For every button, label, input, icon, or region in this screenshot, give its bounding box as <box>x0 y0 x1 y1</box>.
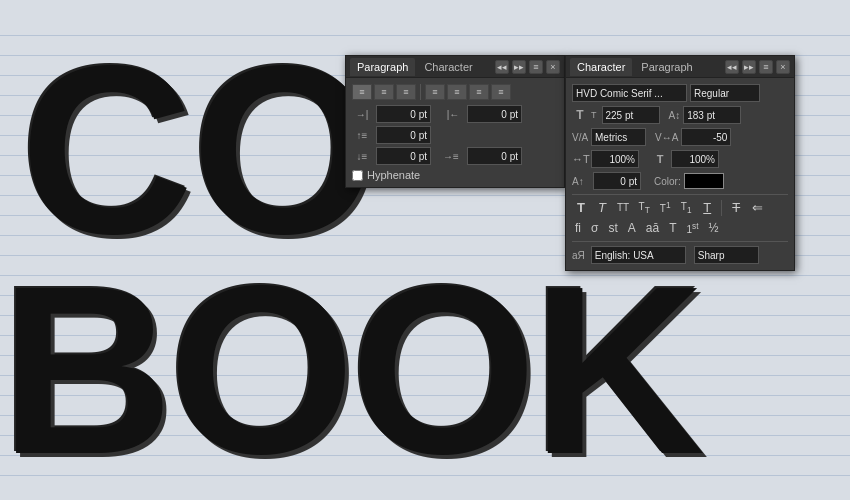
character-panel-expand[interactable]: ▸▸ <box>742 60 756 74</box>
typo-smallcaps[interactable]: TT <box>635 200 653 216</box>
glyph-a-accent[interactable]: A <box>625 220 639 236</box>
first-line-icon: →≡ <box>443 151 463 162</box>
section-divider-2 <box>572 241 788 242</box>
typo-italic[interactable]: T <box>593 199 611 216</box>
align-separator <box>420 84 421 100</box>
section-divider-1 <box>572 194 788 195</box>
typo-style-row: T T TT TT T1 T1 T T ⇐ <box>572 199 788 216</box>
kerning-dropdown[interactable]: Metrics Optical 0 <box>591 128 646 146</box>
alignment-row: ≡ ≡ ≡ ≡ ≡ ≡ ≡ <box>352 84 558 100</box>
align-justify-left[interactable]: ≡ <box>425 84 445 100</box>
paragraph-panel-collapse[interactable]: ◂◂ <box>495 60 509 74</box>
first-line-field[interactable] <box>467 147 522 165</box>
align-right[interactable]: ≡ <box>396 84 416 100</box>
comic-text-book: BOOK <box>0 250 700 490</box>
paragraph-panel-menu[interactable]: ≡ <box>529 60 543 74</box>
paragraph-panel-body: ≡ ≡ ≡ ≡ ≡ ≡ ≡ →| |← ↑≡ ↓≡ →≡ <box>346 78 564 187</box>
character-panel-header: Character Paragraph ◂◂ ▸▸ ≡ × <box>566 56 794 78</box>
typo-allcaps[interactable]: TT <box>614 201 632 214</box>
line-height-dropdown[interactable]: 183 pt <box>683 106 741 124</box>
font-style-dropdown[interactable]: Regular Bold Italic <box>690 84 760 102</box>
typo-strikethrough[interactable]: T <box>727 199 745 216</box>
language-dropdown[interactable]: English: USA <box>591 246 686 264</box>
tab-paragraph-character[interactable]: Character <box>417 58 479 76</box>
baseline-field[interactable] <box>593 172 641 190</box>
tab-character[interactable]: Character <box>570 58 632 76</box>
hyphenate-label: Hyphenate <box>367 169 420 181</box>
kerning-icon: V/A <box>572 132 588 143</box>
font-size-row: T T 225 pt A↕ 183 pt <box>572 106 788 124</box>
left-indent-row: →| |← <box>352 105 558 123</box>
align-center[interactable]: ≡ <box>374 84 394 100</box>
tracking-icon: V↔A <box>655 132 678 143</box>
paragraph-panel-expand[interactable]: ▸▸ <box>512 60 526 74</box>
glyph-half[interactable]: ½ <box>706 220 722 236</box>
hyphenate-row: Hyphenate <box>352 169 558 181</box>
typo-bold[interactable]: T <box>572 199 590 216</box>
character-panel-menu[interactable]: ≡ <box>759 60 773 74</box>
paragraph-panel: Paragraph Character ◂◂ ▸▸ ≡ × ≡ ≡ ≡ ≡ ≡ … <box>345 55 565 188</box>
paragraph-panel-controls: ◂◂ ▸▸ ≡ × <box>495 60 560 74</box>
comic-text-co: CO <box>20 30 376 270</box>
space-before-row: ↑≡ <box>352 126 558 144</box>
character-panel-close[interactable]: × <box>776 60 790 74</box>
typo-strikethrough2[interactable]: ⇐ <box>748 199 766 216</box>
line-height-icon: A↕ <box>669 110 681 121</box>
tab-character-paragraph[interactable]: Paragraph <box>634 58 699 76</box>
font-size-dropdown[interactable]: 225 pt <box>602 106 660 124</box>
lang-icon: аЯ <box>572 250 585 261</box>
paragraph-panel-close[interactable]: × <box>546 60 560 74</box>
character-panel-collapse[interactable]: ◂◂ <box>725 60 739 74</box>
paragraph-panel-header: Paragraph Character ◂◂ ▸▸ ≡ × <box>346 56 564 78</box>
glyph-swash[interactable]: σ <box>588 220 601 236</box>
color-swatch[interactable] <box>684 173 724 189</box>
typo-underline[interactable]: T <box>698 199 716 216</box>
glyph-fi[interactable]: fi <box>572 220 584 236</box>
font-size-icon: T <box>572 108 588 122</box>
antialiasing-dropdown[interactable]: Sharp Crisp Strong Smooth None <box>694 246 759 264</box>
hyphenate-checkbox[interactable] <box>352 170 363 181</box>
font-family-row: HVD Comic Serif ... Regular Bold Italic <box>572 84 788 102</box>
align-left[interactable]: ≡ <box>352 84 372 100</box>
baseline-color-row: A↑ Color: <box>572 172 788 190</box>
align-justify-full[interactable]: ≡ <box>491 84 511 100</box>
vscale-field[interactable] <box>671 150 719 168</box>
tracking-row: V/A Metrics Optical 0 V↔A <box>572 128 788 146</box>
typo-subscript[interactable]: T1 <box>677 200 695 216</box>
baseline-icon: A↑ <box>572 176 590 187</box>
glyph-row: fi σ st A aā T 1st ½ <box>572 220 788 236</box>
typo-superscript[interactable]: T1 <box>656 199 674 215</box>
font-family-dropdown[interactable]: HVD Comic Serif ... <box>572 84 687 102</box>
align-justify-center[interactable]: ≡ <box>447 84 467 100</box>
space-before-field[interactable] <box>376 126 431 144</box>
language-row: аЯ English: USA Sharp Crisp Strong Smoot… <box>572 246 788 264</box>
vscale-icon: T <box>652 153 668 165</box>
right-indent-icon: |← <box>443 109 463 120</box>
character-panel: Character Paragraph ◂◂ ▸▸ ≡ × HVD Comic … <box>565 55 795 271</box>
tab-paragraph[interactable]: Paragraph <box>350 58 415 76</box>
hscale-icon: ↔T <box>572 153 588 165</box>
space-after-field[interactable] <box>376 147 431 165</box>
character-panel-controls: ◂◂ ▸▸ ≡ × <box>725 60 790 74</box>
glyph-aacute[interactable]: aā <box>643 220 662 236</box>
left-indent-icon: →| <box>352 109 372 120</box>
align-justify-right[interactable]: ≡ <box>469 84 489 100</box>
hscale-field[interactable] <box>591 150 639 168</box>
glyph-superscript2[interactable]: 1st <box>683 220 701 236</box>
left-indent-field[interactable] <box>376 105 431 123</box>
scale-row: ↔T T <box>572 150 788 168</box>
space-after-icon: ↓≡ <box>352 151 372 162</box>
color-label: Color: <box>654 176 681 187</box>
glyph-stylistic[interactable]: st <box>605 220 620 236</box>
character-panel-body: HVD Comic Serif ... Regular Bold Italic … <box>566 78 794 270</box>
font-size-t-small: T <box>591 110 597 120</box>
space-before-icon: ↑≡ <box>352 130 372 141</box>
tracking-field[interactable] <box>681 128 731 146</box>
glyph-fractions[interactable]: T <box>666 220 679 236</box>
right-indent-field[interactable] <box>467 105 522 123</box>
space-after-row: ↓≡ →≡ <box>352 147 558 165</box>
typo-separator <box>721 200 722 216</box>
